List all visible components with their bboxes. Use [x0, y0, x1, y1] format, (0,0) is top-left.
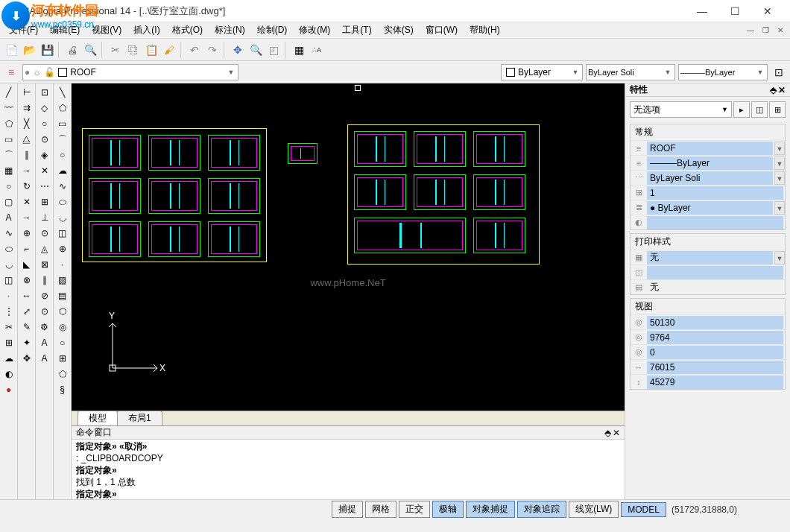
snap-settings-button[interactable]: ⚙	[37, 320, 52, 335]
props-close-icon[interactable]: ✕	[778, 85, 786, 95]
snap-tan-button[interactable]: ⊙	[37, 226, 52, 241]
d2-earc-button[interactable]: ◡	[55, 210, 70, 225]
layer-dropdown[interactable]: ● ☼ 🔓 ROOF ▼	[22, 64, 238, 80]
selection-dropdown[interactable]: 无选项▼	[630, 101, 732, 118]
table-button[interactable]: ⊞	[1, 335, 16, 350]
snap-end-button[interactable]: ⊡	[37, 85, 52, 100]
maximize-button[interactable]: ☐	[718, 0, 751, 22]
status-lw[interactable]: 线宽(LW)	[569, 501, 619, 518]
d2-line-button[interactable]: ╲	[55, 85, 70, 100]
pan-button[interactable]: ✥	[230, 42, 246, 58]
region-button[interactable]: ▢	[1, 194, 16, 209]
dim-button[interactable]: ⊢	[19, 85, 34, 100]
trim-button[interactable]: ✕	[19, 194, 34, 209]
status-model[interactable]: MODEL	[621, 502, 666, 517]
zoom-window-button[interactable]: ◰	[265, 42, 282, 58]
snap-mtext-button[interactable]: A	[37, 351, 52, 366]
snap-int-button[interactable]: ✕	[37, 163, 52, 178]
menu-window[interactable]: 窗口(W)	[420, 22, 464, 38]
options-button[interactable]: ∴A	[309, 42, 325, 58]
construct-button[interactable]: ⊕	[19, 226, 34, 241]
rotate-button[interactable]: ↻	[19, 179, 34, 194]
snap-ext-button[interactable]: ⋯	[37, 179, 52, 194]
status-osnap[interactable]: 对象捕捉	[466, 501, 515, 518]
divide-button[interactable]: ⋮	[1, 304, 16, 319]
mirror-button[interactable]: ⧋	[19, 132, 34, 147]
menu-view[interactable]: 视图(V)	[86, 22, 127, 38]
status-grid[interactable]: 网格	[365, 501, 396, 518]
d2-rect-button[interactable]: ▭	[55, 116, 70, 131]
status-snap[interactable]: 捕捉	[332, 501, 363, 518]
menu-help[interactable]: 帮助(H)	[464, 22, 506, 38]
cut-button[interactable]: ✂	[107, 42, 124, 58]
d2-donut-button[interactable]: ◎	[55, 320, 70, 335]
menu-solids[interactable]: 实体(S)	[378, 22, 420, 38]
match-button[interactable]: 🖌	[161, 42, 177, 58]
explode-button[interactable]: ✦	[19, 335, 34, 350]
d2-circle-button[interactable]: ○	[55, 148, 70, 162]
open-button[interactable]: 📂	[21, 42, 37, 58]
arc-button[interactable]: ⌒	[1, 148, 16, 162]
undo-button[interactable]: ↶	[186, 42, 203, 58]
edit-button[interactable]: ✎	[19, 320, 34, 335]
copy-button[interactable]: ⿻	[125, 42, 142, 58]
d2-poly3d-button[interactable]: ⬠	[55, 367, 70, 381]
d2-helix-button[interactable]: §	[55, 382, 70, 397]
xline-button[interactable]: ╳	[19, 116, 34, 131]
hatch-button[interactable]: ▦	[1, 163, 16, 178]
d2-cloud-button[interactable]: ☁	[55, 163, 70, 178]
block-button[interactable]: ◫	[1, 273, 16, 288]
layer-manager-button[interactable]: ≡	[3, 64, 19, 80]
snap-quad-button[interactable]: ◈	[37, 148, 52, 162]
d2-hatch-button[interactable]: ▨	[55, 273, 70, 288]
snap-node-button[interactable]: ⊙	[37, 132, 52, 147]
continue-button[interactable]: →	[19, 163, 34, 178]
d2-insert-button[interactable]: ⊕	[55, 241, 70, 256]
props-action3-button[interactable]: ⊞	[769, 101, 786, 118]
d2-ring-button[interactable]: ○	[55, 335, 70, 350]
snap-mid-button[interactable]: ◇	[37, 101, 52, 115]
note-button[interactable]: A	[1, 210, 16, 225]
props-action1-button[interactable]: ▸	[733, 101, 750, 118]
menu-dimension[interactable]: 标注(N)	[209, 22, 251, 38]
ellipse-button[interactable]: ⬭	[1, 241, 16, 256]
polygon-button[interactable]: ⬠	[1, 116, 16, 131]
d2-table-button[interactable]: ⊞	[55, 351, 70, 366]
print-button[interactable]: 🖨	[64, 42, 80, 58]
menu-insert[interactable]: 插入(I)	[127, 22, 165, 38]
mask-button[interactable]: ◐	[1, 367, 16, 381]
cmd-close-icon[interactable]: ✕	[613, 428, 620, 438]
rectangle-button[interactable]: ▭	[1, 132, 16, 147]
zoom-button[interactable]: 🔍	[247, 42, 264, 58]
props-pin-icon[interactable]: ⬘	[770, 85, 777, 95]
spline-button[interactable]: ∿	[1, 226, 16, 241]
chamfer-button[interactable]: ◣	[19, 257, 34, 272]
drawing-canvas[interactable]: www.pHome.NeT X Y	[72, 83, 625, 411]
minimize-button[interactable]: —	[686, 0, 718, 22]
sphere-button[interactable]: ●	[1, 382, 16, 397]
menu-format[interactable]: 格式(O)	[166, 22, 209, 38]
snap-near-button[interactable]: ◬	[37, 241, 52, 256]
d2-poly-button[interactable]: ⬠	[55, 101, 70, 115]
close-button[interactable]: ✕	[751, 0, 784, 22]
d2-ellipse-button[interactable]: ⬭	[55, 194, 70, 209]
mdi-minimize-icon[interactable]: —	[744, 25, 757, 37]
d2-spline-button[interactable]: ∿	[55, 179, 70, 194]
command-text[interactable]: 指定对象» «取消» : _CLIPBOARDCOPY 指定对象» 找到 1，1…	[72, 440, 625, 499]
color-dropdown[interactable]: ByLayer ▼	[501, 64, 583, 80]
line-button[interactable]: ╱	[1, 85, 16, 100]
menu-modify[interactable]: 修改(M)	[293, 22, 336, 38]
point-button[interactable]: ·	[1, 288, 16, 303]
fillet-button[interactable]: ⌐	[19, 241, 34, 256]
menu-draw[interactable]: 绘制(D)	[251, 22, 294, 38]
d2-grad-button[interactable]: ▤	[55, 288, 70, 303]
move-button[interactable]: ✥	[19, 351, 34, 366]
linetype-dropdown[interactable]: ByLayer Soli ▼	[586, 64, 675, 80]
tab-model[interactable]: 模型	[78, 411, 118, 425]
extend-button[interactable]: →	[19, 210, 34, 225]
ellipse-arc-button[interactable]: ◡	[1, 257, 16, 272]
cmd-pin-icon[interactable]: ⬘	[604, 428, 611, 438]
d2-arc-button[interactable]: ⌒	[55, 132, 70, 147]
cloud-button[interactable]: ☁	[1, 351, 16, 366]
break-button[interactable]: ⊗	[19, 273, 34, 288]
